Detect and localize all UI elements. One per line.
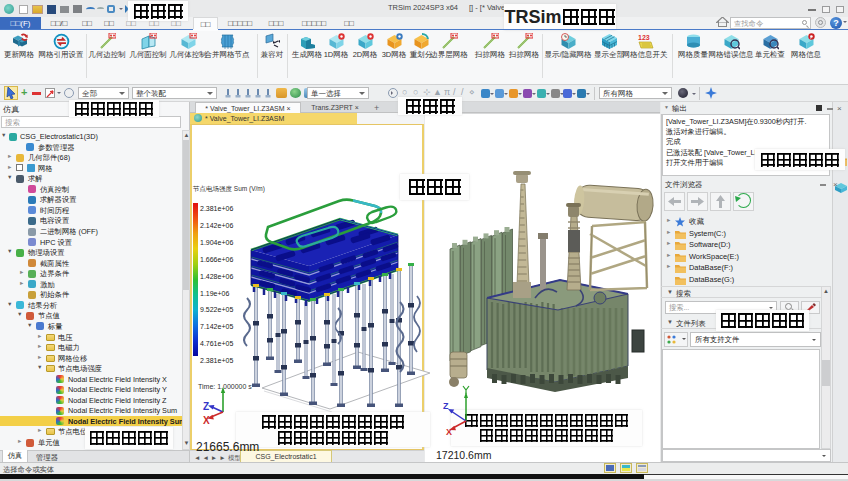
svg-text:i: i — [810, 34, 811, 40]
svg-text:123: 123 — [638, 34, 650, 41]
svg-text:X: X — [446, 427, 452, 435]
svg-text:X: X — [203, 415, 210, 426]
svg-text:Z: Z — [443, 401, 449, 411]
svg-text:Z: Z — [203, 401, 209, 412]
